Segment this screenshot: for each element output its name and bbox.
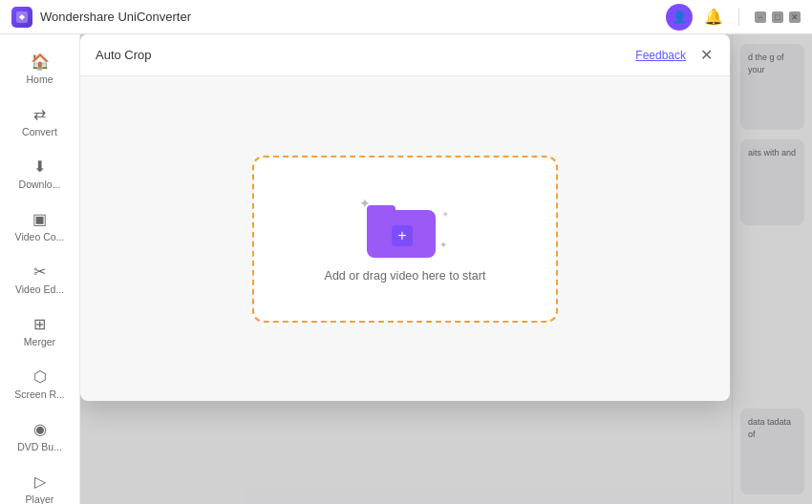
- sidebar-item-home[interactable]: 🏠 Home: [0, 42, 79, 94]
- app-name: Wondershare UniConverter: [40, 10, 666, 24]
- maximize-button[interactable]: □: [772, 11, 783, 23]
- sidebar-item-video-edit[interactable]: ✂ Video Ed...: [0, 252, 79, 304]
- modal-overlay: Auto Crop Feedback ✕ +: [80, 34, 812, 504]
- feedback-link[interactable]: Feedback: [635, 49, 686, 62]
- auto-crop-modal: Auto Crop Feedback ✕ +: [80, 34, 730, 401]
- convert-icon: ⇄: [31, 104, 50, 123]
- sidebar: 🏠 Home ⇄ Convert ⬇ Downlo... ▣ Video Co.…: [0, 34, 80, 504]
- app-logo: [11, 7, 32, 28]
- profile-icon: 👤: [673, 10, 687, 24]
- sidebar-label-dvd-burn: DVD Bu...: [17, 441, 62, 452]
- title-bar: Wondershare UniConverter 👤 🔔 − □ ✕: [0, 0, 812, 34]
- titlebar-separator: [738, 9, 739, 26]
- modal-body: + ✦ ✦ ✦ Add or drag video here to start: [80, 76, 730, 401]
- sidebar-label-merger: Merger: [24, 336, 55, 347]
- video-compress-icon: ▣: [31, 209, 50, 228]
- modal-header: Auto Crop Feedback ✕: [80, 34, 730, 76]
- drop-zone[interactable]: + ✦ ✦ ✦ Add or drag video here to start: [252, 156, 558, 323]
- sidebar-label-player: Player: [26, 494, 54, 504]
- minimize-button[interactable]: −: [755, 11, 766, 23]
- sidebar-item-convert[interactable]: ⇄ Convert: [0, 94, 79, 147]
- main-layout: 🏠 Home ⇄ Convert ⬇ Downlo... ▣ Video Co.…: [0, 34, 812, 504]
- folder-plus-icon: +: [392, 225, 413, 246]
- sidebar-label-convert: Convert: [22, 126, 57, 137]
- video-edit-icon: ✂: [31, 262, 50, 281]
- modal-close-button[interactable]: ✕: [697, 47, 715, 64]
- sidebar-label-download: Downlo...: [19, 178, 61, 190]
- drop-zone-text: Add or drag video here to start: [325, 269, 486, 283]
- sidebar-label-screen-record: Screen R...: [14, 388, 65, 400]
- download-icon: ⬇: [31, 157, 50, 176]
- modal-title: Auto Crop: [96, 48, 635, 62]
- app-window: Wondershare UniConverter 👤 🔔 − □ ✕: [0, 0, 812, 504]
- close-icon: ✕: [700, 46, 713, 64]
- sidebar-item-dvd-burn[interactable]: ◉ DVD Bu...: [0, 410, 79, 462]
- drop-zone-icon: + ✦ ✦ ✦: [367, 196, 443, 258]
- sparkle-icon-1: ✦: [359, 196, 371, 211]
- sparkle-icon-3: ✦: [439, 240, 447, 250]
- bell-icon: 🔔: [704, 8, 723, 26]
- dvd-burn-icon: ◉: [31, 419, 50, 438]
- close-button[interactable]: ✕: [789, 11, 801, 23]
- profile-icon-btn[interactable]: 👤: [666, 4, 693, 31]
- sparkle-icon-2: ✦: [441, 209, 449, 220]
- sidebar-label-home: Home: [26, 74, 53, 85]
- sidebar-item-merger[interactable]: ⊞ Merger: [0, 304, 79, 357]
- home-icon: 🏠: [31, 52, 50, 71]
- content-wrapper: d the g of your aits with and data tadat…: [80, 34, 812, 504]
- sidebar-item-video-compress[interactable]: ▣ Video Co...: [0, 200, 79, 252]
- screen-record-icon: ⬡: [31, 367, 50, 386]
- sidebar-label-video-compress: Video Co...: [15, 231, 65, 242]
- folder-body: +: [367, 210, 436, 258]
- sidebar-label-video-edit: Video Ed...: [15, 284, 64, 295]
- merger-icon: ⊞: [31, 314, 50, 333]
- bell-icon-btn[interactable]: 🔔: [700, 4, 727, 31]
- player-icon: ▷: [31, 472, 50, 491]
- titlebar-controls: 👤 🔔 − □ ✕: [666, 4, 801, 31]
- window-controls: − □ ✕: [755, 11, 801, 23]
- sidebar-item-player[interactable]: ▷ Player: [0, 462, 79, 504]
- sidebar-item-download[interactable]: ⬇ Downlo...: [0, 147, 79, 200]
- sidebar-item-screen-record[interactable]: ⬡ Screen R...: [0, 357, 79, 410]
